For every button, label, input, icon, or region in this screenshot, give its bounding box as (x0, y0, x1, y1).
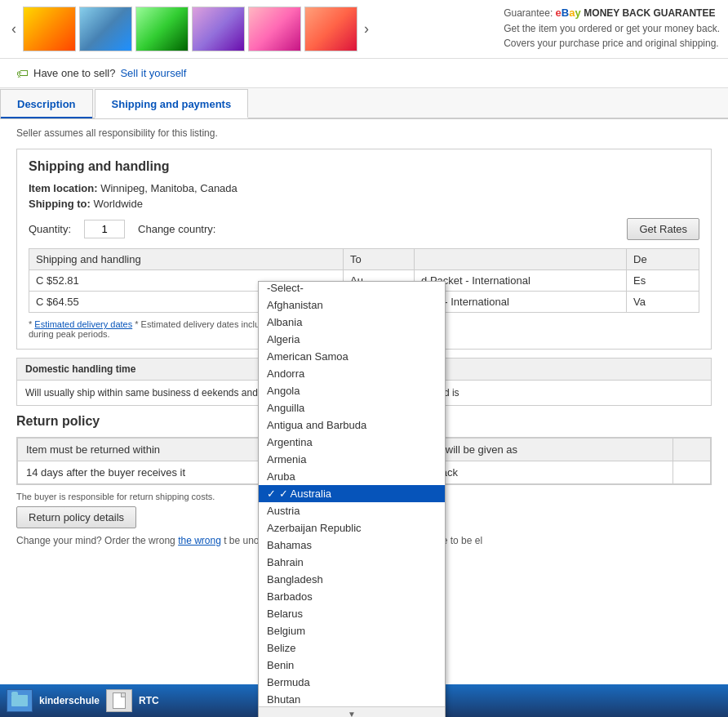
country-list: -Select-AfghanistanAlbaniaAlgeriaAmerica… (259, 282, 445, 706)
dropdown-item-ai[interactable]: Anguilla (259, 399, 445, 416)
item-location: Item location: Winnipeg, Manitoba, Canad… (29, 182, 699, 194)
dropdown-item-as[interactable]: American Samoa (259, 348, 445, 365)
col-shipping: Shipping and handling (29, 249, 344, 270)
seller-note: Seller assumes all responsibility for th… (16, 127, 712, 139)
thumb-1[interactable] (23, 7, 76, 51)
next-arrow[interactable]: › (361, 20, 372, 38)
dropdown-item-bs[interactable]: Bahamas (259, 537, 445, 554)
sell-bar-text: Have one to sell? (33, 67, 115, 79)
service-2: post - International (415, 292, 627, 313)
dropdown-item-bt[interactable]: Bhutan (259, 691, 445, 706)
taskbar-doc-label: RTC (139, 695, 159, 706)
dropdown-item-by[interactable]: Belarus (259, 605, 445, 622)
thumb-4[interactable] (192, 7, 245, 51)
dropdown-item-au[interactable]: ✓ Australia (259, 485, 445, 502)
dropdown-item-ar[interactable]: Argentina (259, 434, 445, 451)
guarantee-line1: Get the item you ordered or get your mon… (504, 23, 720, 34)
tag-icon: 🏷 (16, 66, 29, 80)
return-details-button[interactable]: Return policy details (16, 506, 136, 528)
country-dropdown[interactable]: -Select-AfghanistanAlbaniaAlgeriaAmerica… (258, 281, 446, 717)
dropdown-item-bh[interactable]: Bahrain (259, 554, 445, 571)
taskbar-folder[interactable] (7, 689, 33, 712)
delivery-1: Es (627, 270, 699, 292)
thumb-3[interactable] (135, 7, 189, 51)
shipping-title: Shipping and handling (29, 159, 699, 174)
return-change-link[interactable]: the wrong (178, 535, 221, 546)
dropdown-item-dz[interactable]: Algeria (259, 331, 445, 348)
dropdown-item-af[interactable]: Afghanistan (259, 296, 445, 314)
col-service (415, 249, 627, 270)
dropdown-item-ao[interactable]: Angola (259, 382, 445, 399)
col-to: To (344, 249, 415, 270)
taskbar-folder-label: kinderschule (39, 695, 100, 706)
guarantee-text: MONEY BACK GUARANTEE (584, 7, 715, 19)
prev-arrow[interactable]: ‹ (8, 20, 20, 38)
quantity-input[interactable] (84, 220, 125, 238)
get-rates-button[interactable]: Get Rates (627, 218, 699, 240)
return-col-shipping (673, 439, 711, 461)
thumb-2[interactable] (79, 7, 132, 51)
estimated-dates-link[interactable]: Estimated delivery dates (34, 319, 132, 329)
dropdown-item-bz[interactable]: Belize (259, 639, 445, 657)
dropdown-item-bm[interactable]: Bermuda (259, 674, 445, 691)
guarantee-label: Guarantee: (504, 7, 553, 19)
tab-description[interactable]: Description (0, 89, 93, 118)
thumb-6[interactable] (304, 7, 357, 51)
return-shipping (673, 461, 711, 484)
tab-underline (1, 117, 92, 118)
dropdown-item-az[interactable]: Azerbaijan Republic (259, 519, 445, 537)
delivery-2: Va (627, 292, 699, 313)
thumb-5[interactable] (248, 7, 301, 51)
ebay-logo: eBay (556, 7, 584, 19)
taskbar-doc[interactable] (106, 689, 132, 712)
dropdown-item-al[interactable]: Albania (259, 314, 445, 331)
change-country-label: Change country: (138, 223, 215, 235)
tab-shipping[interactable]: Shipping and payments (95, 89, 249, 118)
dropdown-item-select[interactable]: -Select- (259, 282, 445, 296)
dropdown-item-aw[interactable]: Aruba (259, 468, 445, 485)
dropdown-item-be[interactable]: Belgium (259, 622, 445, 639)
dropdown-item-ad[interactable]: Andorra (259, 365, 445, 382)
shipping-to: Shipping to: Worldwide (29, 198, 699, 210)
col-delivery: De (627, 249, 699, 270)
quantity-label: Quantity: (29, 223, 71, 235)
service-1: d Packet - International (415, 270, 627, 292)
dropdown-item-ag[interactable]: Antigua and Barbuda (259, 416, 445, 434)
image-carousel (23, 7, 357, 51)
dropdown-item-bj[interactable]: Benin (259, 657, 445, 674)
dropdown-item-bb[interactable]: Barbados (259, 588, 445, 605)
sell-yourself-link[interactable]: Sell it yourself (120, 67, 186, 79)
dropdown-item-am[interactable]: Armenia (259, 451, 445, 468)
dropdown-item-at[interactable]: Austria (259, 502, 445, 519)
guarantee-line2: Covers your purchase price and original … (504, 38, 718, 49)
dropdown-scroll-down[interactable]: ▼ (259, 706, 445, 717)
dropdown-item-bd[interactable]: Bangladesh (259, 571, 445, 588)
